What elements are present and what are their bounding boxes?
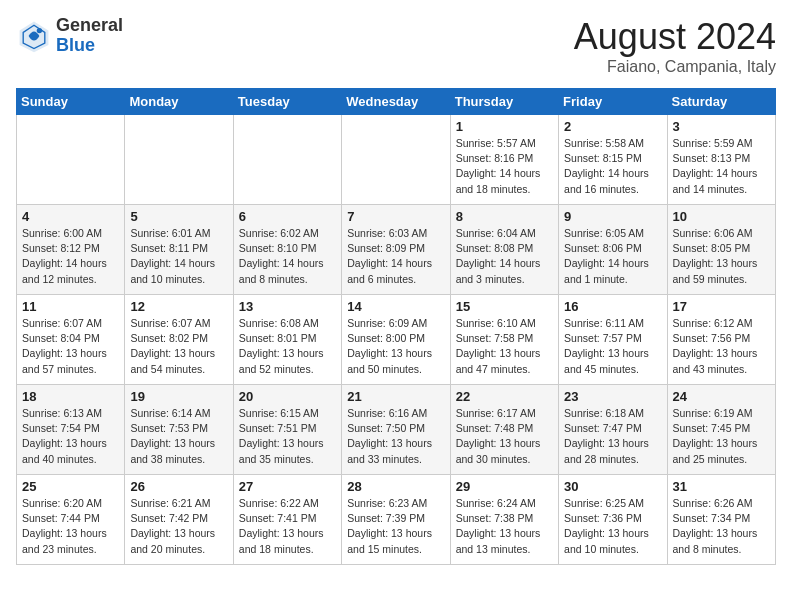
day-number: 19 (130, 389, 227, 404)
day-number: 3 (673, 119, 770, 134)
calendar-cell-4-4: 21Sunrise: 6:16 AM Sunset: 7:50 PM Dayli… (342, 385, 450, 475)
day-number: 30 (564, 479, 661, 494)
calendar-cell-1-6: 2Sunrise: 5:58 AM Sunset: 8:15 PM Daylig… (559, 115, 667, 205)
day-number: 25 (22, 479, 119, 494)
day-info: Sunrise: 6:01 AM Sunset: 8:11 PM Dayligh… (130, 226, 227, 287)
day-number: 14 (347, 299, 444, 314)
day-number: 18 (22, 389, 119, 404)
day-number: 2 (564, 119, 661, 134)
day-number: 8 (456, 209, 553, 224)
calendar-cell-5-4: 28Sunrise: 6:23 AM Sunset: 7:39 PM Dayli… (342, 475, 450, 565)
day-info: Sunrise: 6:24 AM Sunset: 7:38 PM Dayligh… (456, 496, 553, 557)
day-info: Sunrise: 6:17 AM Sunset: 7:48 PM Dayligh… (456, 406, 553, 467)
calendar-cell-2-4: 7Sunrise: 6:03 AM Sunset: 8:09 PM Daylig… (342, 205, 450, 295)
day-number: 10 (673, 209, 770, 224)
header-row: SundayMondayTuesdayWednesdayThursdayFrid… (17, 89, 776, 115)
calendar-cell-2-7: 10Sunrise: 6:06 AM Sunset: 8:05 PM Dayli… (667, 205, 775, 295)
calendar-cell-4-6: 23Sunrise: 6:18 AM Sunset: 7:47 PM Dayli… (559, 385, 667, 475)
day-number: 24 (673, 389, 770, 404)
logo: General Blue (16, 16, 123, 56)
day-number: 11 (22, 299, 119, 314)
day-info: Sunrise: 6:25 AM Sunset: 7:36 PM Dayligh… (564, 496, 661, 557)
logo-text: General Blue (56, 16, 123, 56)
header-cell-tuesday: Tuesday (233, 89, 341, 115)
calendar-cell-5-3: 27Sunrise: 6:22 AM Sunset: 7:41 PM Dayli… (233, 475, 341, 565)
day-number: 6 (239, 209, 336, 224)
calendar-cell-4-5: 22Sunrise: 6:17 AM Sunset: 7:48 PM Dayli… (450, 385, 558, 475)
calendar-week-2: 4Sunrise: 6:00 AM Sunset: 8:12 PM Daylig… (17, 205, 776, 295)
day-info: Sunrise: 6:26 AM Sunset: 7:34 PM Dayligh… (673, 496, 770, 557)
header-cell-thursday: Thursday (450, 89, 558, 115)
day-info: Sunrise: 6:04 AM Sunset: 8:08 PM Dayligh… (456, 226, 553, 287)
day-info: Sunrise: 6:23 AM Sunset: 7:39 PM Dayligh… (347, 496, 444, 557)
day-info: Sunrise: 6:07 AM Sunset: 8:04 PM Dayligh… (22, 316, 119, 377)
day-info: Sunrise: 6:19 AM Sunset: 7:45 PM Dayligh… (673, 406, 770, 467)
calendar-cell-3-7: 17Sunrise: 6:12 AM Sunset: 7:56 PM Dayli… (667, 295, 775, 385)
day-info: Sunrise: 6:00 AM Sunset: 8:12 PM Dayligh… (22, 226, 119, 287)
calendar-cell-1-3 (233, 115, 341, 205)
calendar-cell-4-1: 18Sunrise: 6:13 AM Sunset: 7:54 PM Dayli… (17, 385, 125, 475)
header-cell-sunday: Sunday (17, 89, 125, 115)
calendar-cell-2-2: 5Sunrise: 6:01 AM Sunset: 8:11 PM Daylig… (125, 205, 233, 295)
calendar-cell-3-2: 12Sunrise: 6:07 AM Sunset: 8:02 PM Dayli… (125, 295, 233, 385)
day-number: 5 (130, 209, 227, 224)
location-title: Faiano, Campania, Italy (574, 58, 776, 76)
day-number: 23 (564, 389, 661, 404)
calendar-cell-5-1: 25Sunrise: 6:20 AM Sunset: 7:44 PM Dayli… (17, 475, 125, 565)
day-info: Sunrise: 6:21 AM Sunset: 7:42 PM Dayligh… (130, 496, 227, 557)
header-cell-saturday: Saturday (667, 89, 775, 115)
calendar-week-1: 1Sunrise: 5:57 AM Sunset: 8:16 PM Daylig… (17, 115, 776, 205)
calendar-body: 1Sunrise: 5:57 AM Sunset: 8:16 PM Daylig… (17, 115, 776, 565)
calendar-cell-3-5: 15Sunrise: 6:10 AM Sunset: 7:58 PM Dayli… (450, 295, 558, 385)
day-info: Sunrise: 6:15 AM Sunset: 7:51 PM Dayligh… (239, 406, 336, 467)
day-info: Sunrise: 5:59 AM Sunset: 8:13 PM Dayligh… (673, 136, 770, 197)
header-cell-monday: Monday (125, 89, 233, 115)
day-number: 21 (347, 389, 444, 404)
day-info: Sunrise: 6:09 AM Sunset: 8:00 PM Dayligh… (347, 316, 444, 377)
page-header: General Blue August 2024 Faiano, Campani… (16, 16, 776, 76)
day-number: 26 (130, 479, 227, 494)
logo-general-text: General (56, 16, 123, 36)
day-info: Sunrise: 6:03 AM Sunset: 8:09 PM Dayligh… (347, 226, 444, 287)
header-cell-friday: Friday (559, 89, 667, 115)
day-info: Sunrise: 5:58 AM Sunset: 8:15 PM Dayligh… (564, 136, 661, 197)
day-info: Sunrise: 6:02 AM Sunset: 8:10 PM Dayligh… (239, 226, 336, 287)
day-info: Sunrise: 6:13 AM Sunset: 7:54 PM Dayligh… (22, 406, 119, 467)
day-number: 1 (456, 119, 553, 134)
title-block: August 2024 Faiano, Campania, Italy (574, 16, 776, 76)
day-info: Sunrise: 6:08 AM Sunset: 8:01 PM Dayligh… (239, 316, 336, 377)
calendar-cell-1-2 (125, 115, 233, 205)
calendar-cell-5-6: 30Sunrise: 6:25 AM Sunset: 7:36 PM Dayli… (559, 475, 667, 565)
day-info: Sunrise: 6:11 AM Sunset: 7:57 PM Dayligh… (564, 316, 661, 377)
day-info: Sunrise: 6:22 AM Sunset: 7:41 PM Dayligh… (239, 496, 336, 557)
day-number: 16 (564, 299, 661, 314)
header-cell-wednesday: Wednesday (342, 89, 450, 115)
day-number: 15 (456, 299, 553, 314)
day-info: Sunrise: 6:07 AM Sunset: 8:02 PM Dayligh… (130, 316, 227, 377)
calendar-cell-1-4 (342, 115, 450, 205)
calendar-cell-3-1: 11Sunrise: 6:07 AM Sunset: 8:04 PM Dayli… (17, 295, 125, 385)
day-info: Sunrise: 6:16 AM Sunset: 7:50 PM Dayligh… (347, 406, 444, 467)
day-number: 28 (347, 479, 444, 494)
day-info: Sunrise: 6:10 AM Sunset: 7:58 PM Dayligh… (456, 316, 553, 377)
calendar-cell-4-3: 20Sunrise: 6:15 AM Sunset: 7:51 PM Dayli… (233, 385, 341, 475)
calendar-cell-2-3: 6Sunrise: 6:02 AM Sunset: 8:10 PM Daylig… (233, 205, 341, 295)
calendar-cell-2-5: 8Sunrise: 6:04 AM Sunset: 8:08 PM Daylig… (450, 205, 558, 295)
day-info: Sunrise: 6:20 AM Sunset: 7:44 PM Dayligh… (22, 496, 119, 557)
day-info: Sunrise: 6:18 AM Sunset: 7:47 PM Dayligh… (564, 406, 661, 467)
calendar-cell-3-4: 14Sunrise: 6:09 AM Sunset: 8:00 PM Dayli… (342, 295, 450, 385)
calendar-week-3: 11Sunrise: 6:07 AM Sunset: 8:04 PM Dayli… (17, 295, 776, 385)
calendar-table: SundayMondayTuesdayWednesdayThursdayFrid… (16, 88, 776, 565)
day-number: 9 (564, 209, 661, 224)
calendar-cell-2-6: 9Sunrise: 6:05 AM Sunset: 8:06 PM Daylig… (559, 205, 667, 295)
day-number: 13 (239, 299, 336, 314)
calendar-cell-2-1: 4Sunrise: 6:00 AM Sunset: 8:12 PM Daylig… (17, 205, 125, 295)
month-title: August 2024 (574, 16, 776, 58)
day-number: 7 (347, 209, 444, 224)
calendar-cell-4-2: 19Sunrise: 6:14 AM Sunset: 7:53 PM Dayli… (125, 385, 233, 475)
calendar-header: SundayMondayTuesdayWednesdayThursdayFrid… (17, 89, 776, 115)
calendar-week-5: 25Sunrise: 6:20 AM Sunset: 7:44 PM Dayli… (17, 475, 776, 565)
svg-point-2 (37, 28, 42, 33)
day-info: Sunrise: 5:57 AM Sunset: 8:16 PM Dayligh… (456, 136, 553, 197)
calendar-week-4: 18Sunrise: 6:13 AM Sunset: 7:54 PM Dayli… (17, 385, 776, 475)
